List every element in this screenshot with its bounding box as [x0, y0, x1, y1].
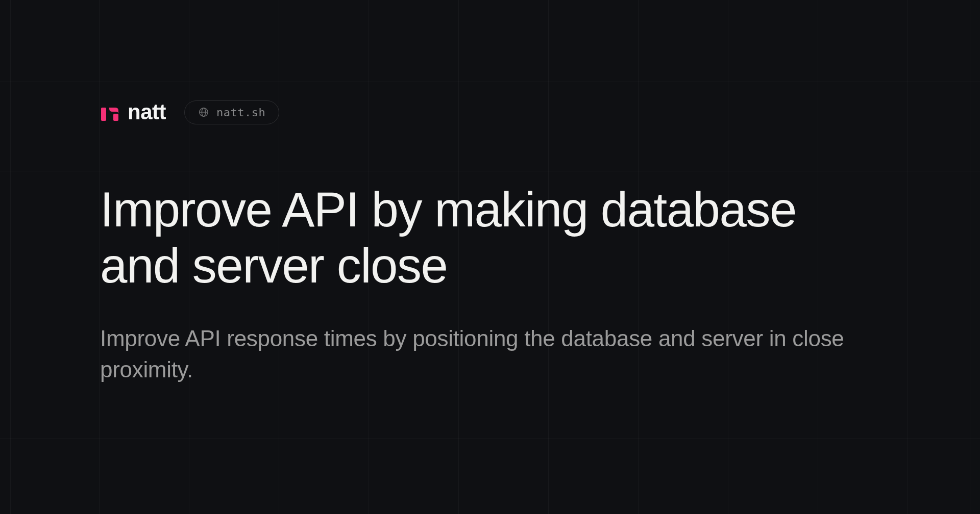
page-subtitle: Improve API response times by positionin… — [100, 323, 876, 386]
svg-rect-0 — [101, 108, 106, 121]
logo-icon — [100, 102, 119, 122]
brand: natt — [100, 100, 166, 124]
svg-rect-1 — [113, 114, 118, 121]
domain-pill: natt.sh — [184, 100, 279, 124]
brand-name: natt — [128, 100, 166, 124]
header-row: natt natt.sh — [100, 100, 880, 124]
globe-icon — [198, 107, 209, 118]
domain-text: natt.sh — [216, 106, 265, 119]
page-title: Improve API by making database and serve… — [100, 182, 876, 294]
